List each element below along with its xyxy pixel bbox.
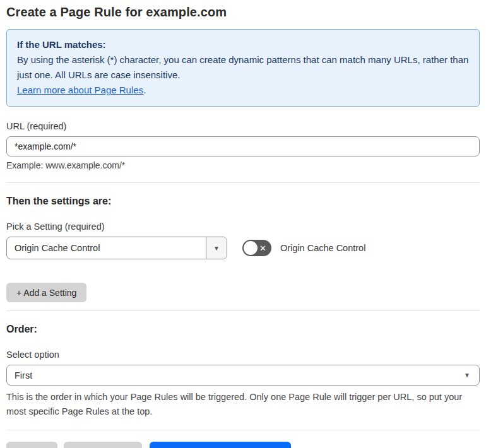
pick-setting-label: Pick a Setting (required) (6, 221, 480, 232)
add-setting-button[interactable]: + Add a Setting (6, 283, 86, 302)
order-select-label: Select option (6, 350, 480, 360)
save-and-deploy-button[interactable]: Save and Deploy Page Rule (150, 442, 291, 448)
divider (6, 310, 480, 311)
url-label: URL (required) (6, 121, 480, 131)
setting-select-value: Origin Cache Control (7, 237, 206, 259)
url-example-text: Example: www.example.com/* (6, 160, 480, 170)
divider (6, 430, 480, 430)
settings-heading: Then the settings are: (6, 196, 480, 207)
info-box-heading: If the URL matches: (17, 37, 469, 52)
order-select-value: First (15, 370, 32, 380)
divider (6, 182, 480, 183)
cancel-button[interactable]: Cancel (6, 442, 57, 448)
setting-select[interactable]: Origin Cache Control ▼ (6, 237, 227, 259)
toggle-off-x-icon: ✕ (259, 244, 266, 252)
info-box-body: By using the asterisk (*) character, you… (17, 52, 469, 83)
order-heading: Order: (6, 324, 480, 335)
setting-row: Origin Cache Control ▼ ✕ Origin Cache Co… (6, 237, 480, 259)
order-select[interactable]: First ▼ (6, 365, 480, 386)
learn-more-link[interactable]: Learn more about Page Rules (17, 85, 143, 95)
order-helper-text: This is the order in which your Page Rul… (6, 390, 480, 419)
setting-select-arrow-button[interactable]: ▼ (206, 237, 227, 259)
origin-cache-control-toggle-group: ✕ Origin Cache Control (242, 240, 365, 256)
origin-cache-control-toggle[interactable]: ✕ (242, 240, 271, 256)
toggle-caption: Origin Cache Control (280, 243, 365, 253)
chevron-down-icon: ▼ (464, 372, 470, 379)
url-input[interactable] (6, 136, 480, 156)
footer-actions: Cancel Save as Draft Save and Deploy Pag… (6, 442, 480, 448)
link-suffix: . (143, 85, 146, 95)
page-title: Create a Page Rule for example.com (6, 5, 480, 20)
url-match-info-box: If the URL matches: By using the asteris… (6, 29, 480, 107)
save-as-draft-button[interactable]: Save as Draft (64, 442, 142, 448)
info-box-link-row: Learn more about Page Rules. (17, 83, 469, 98)
chevron-down-icon: ▼ (213, 245, 220, 252)
toggle-knob (244, 241, 258, 255)
